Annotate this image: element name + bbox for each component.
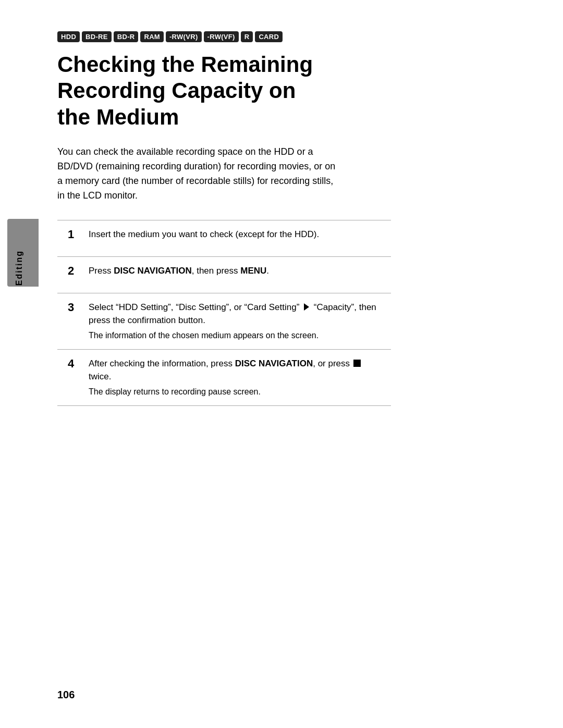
- step-number-4: 4: [57, 350, 84, 405]
- step-content-1: Insert the medium you want to check (exc…: [84, 220, 391, 256]
- step-content-2: Press DISC NAVIGATION, then press MENU.: [84, 257, 391, 293]
- badge-bd-r: BD-R: [114, 31, 139, 42]
- step4-main: After checking the information, press DI…: [89, 357, 383, 384]
- step3-main: Select “HDD Setting”, “Disc Setting”, or…: [89, 301, 383, 327]
- step-content-4: After checking the information, press DI…: [84, 350, 391, 405]
- badge-ram: RAM: [140, 31, 164, 42]
- step-number-3: 3: [57, 293, 84, 349]
- badge-hdd: HDD: [57, 31, 80, 42]
- arrow-icon: [304, 303, 309, 311]
- step-row-1: 1Insert the medium you want to check (ex…: [57, 220, 391, 257]
- step3-sub: The information of the chosen medium app…: [89, 329, 383, 342]
- step2-menu: MENU: [240, 266, 266, 276]
- badge-row: HDDBD-REBD-RRAM-RW(VR)-RW(VF)RCARD: [57, 31, 521, 42]
- intro-text: You can check the available recording sp…: [57, 145, 339, 203]
- step-row-4: 4After checking the information, press D…: [57, 350, 391, 406]
- page-title: Checking the Remaining Recording Capacit…: [57, 52, 328, 130]
- step-row-2: 2Press DISC NAVIGATION, then press MENU.: [57, 257, 391, 293]
- step-row-3: 3Select “HDD Setting”, “Disc Setting”, o…: [57, 293, 391, 350]
- step2-disc-nav: DISC NAVIGATION: [114, 266, 192, 276]
- badge-r: R: [241, 31, 253, 42]
- badge-rw-vf: -RW(VF): [204, 31, 239, 42]
- step-number-2: 2: [57, 257, 84, 293]
- step4-sub: The display returns to recording pause s…: [89, 386, 383, 398]
- step-number-1: 1: [57, 220, 84, 256]
- step4-disc-nav: DISC NAVIGATION: [235, 359, 313, 368]
- stop-icon: [353, 360, 361, 367]
- sidebar-label: Editing: [15, 250, 33, 286]
- page-number: 106: [57, 689, 75, 701]
- page-container: HDDBD-REBD-RRAM-RW(VR)-RW(VF)RCARD Check…: [0, 0, 563, 728]
- badge-rw-vr: -RW(VR): [166, 31, 202, 42]
- step-content-3: Select “HDD Setting”, “Disc Setting”, or…: [84, 293, 391, 349]
- badge-card: CARD: [255, 31, 283, 42]
- badge-bd-re: BD-RE: [82, 31, 112, 42]
- steps-container: 1Insert the medium you want to check (ex…: [57, 220, 391, 406]
